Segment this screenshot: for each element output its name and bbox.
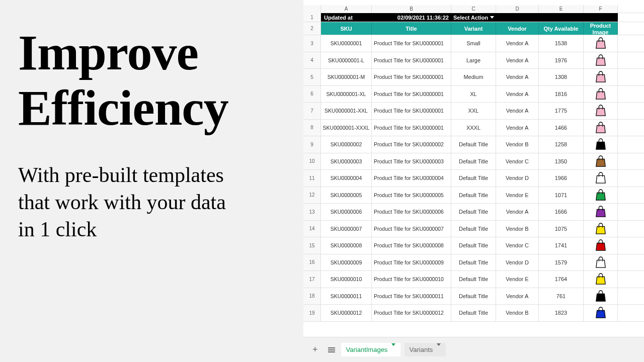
- cell-sku[interactable]: SKU0000008: [321, 237, 372, 254]
- cell-title[interactable]: Product Title for SKU0000007: [372, 221, 451, 237]
- row-number[interactable]: 8: [303, 120, 321, 136]
- cell-vendor[interactable]: Vendor A: [496, 120, 539, 136]
- cell-product-image[interactable]: [584, 120, 618, 136]
- cell-vendor[interactable]: Vendor A: [496, 35, 539, 52]
- cell-product-image[interactable]: [584, 69, 618, 85]
- cell-product-image[interactable]: [584, 52, 618, 69]
- cell-sku[interactable]: SKU0000001-XXL: [321, 103, 372, 119]
- cell-product-image[interactable]: [584, 237, 618, 254]
- cell-variant[interactable]: Default Title: [451, 254, 496, 271]
- cell-variant[interactable]: Default Title: [451, 136, 496, 153]
- cell-qty[interactable]: 1466: [539, 120, 584, 136]
- cell-title[interactable]: Product Title for SKU0000001: [372, 35, 451, 52]
- cell-title[interactable]: Product Title for SKU0000004: [372, 170, 451, 187]
- col-E[interactable]: E: [539, 5, 584, 13]
- row-number[interactable]: 11: [303, 170, 321, 187]
- add-sheet-button[interactable]: +: [308, 344, 322, 355]
- cell-variant[interactable]: Large: [451, 52, 496, 69]
- cell-product-image[interactable]: [584, 288, 618, 305]
- cell-title[interactable]: Product Title for SKU0000010: [372, 271, 451, 288]
- cell-vendor[interactable]: Vendor D: [496, 170, 539, 187]
- sheet-grid[interactable]: A B C D E F 1 Updated at 02/09/2021 11:3…: [303, 5, 644, 332]
- cell-sku[interactable]: SKU0000011: [321, 288, 372, 305]
- cell-vendor[interactable]: Vendor A: [496, 288, 539, 305]
- cell-qty[interactable]: 1538: [539, 35, 584, 52]
- cell-qty[interactable]: 1816: [539, 86, 584, 103]
- cell-variant[interactable]: Small: [451, 35, 496, 52]
- row-number[interactable]: 14: [303, 221, 321, 237]
- row-number[interactable]: 1: [303, 13, 321, 22]
- cell-sku[interactable]: SKU0000001-M: [321, 69, 372, 85]
- cell-sku[interactable]: SKU0000001-XL: [321, 86, 372, 103]
- row-number[interactable]: 13: [303, 204, 321, 220]
- cell-product-image[interactable]: [584, 35, 618, 52]
- cell-sku[interactable]: SKU0000001-XXXL: [321, 120, 372, 136]
- cell-sku[interactable]: SKU0000001-L: [321, 52, 372, 69]
- cell-title[interactable]: Product Title for SKU0000001: [372, 120, 451, 136]
- cell-variant[interactable]: Default Title: [451, 153, 496, 170]
- cell-vendor[interactable]: Vendor C: [496, 237, 539, 254]
- updated-at-timestamp[interactable]: 02/09/2021 11:36:22: [372, 13, 451, 22]
- row-number[interactable]: 10: [303, 153, 321, 170]
- cell-product-image[interactable]: [584, 136, 618, 153]
- cell-qty[interactable]: 1666: [539, 204, 584, 220]
- row-number[interactable]: 18: [303, 288, 321, 305]
- cell-sku[interactable]: SKU0000006: [321, 204, 372, 220]
- row-number[interactable]: 19: [303, 305, 321, 321]
- cell-variant[interactable]: Default Title: [451, 221, 496, 237]
- cell-product-image[interactable]: [584, 187, 618, 204]
- cell-qty[interactable]: 1071: [539, 187, 584, 204]
- cell-vendor[interactable]: Vendor A: [496, 86, 539, 103]
- row-number[interactable]: 17: [303, 271, 321, 288]
- cell-vendor[interactable]: Vendor E: [496, 187, 539, 204]
- cell-variant[interactable]: Medium: [451, 69, 496, 85]
- col-F[interactable]: F: [584, 5, 618, 13]
- cell-vendor[interactable]: Vendor C: [496, 153, 539, 170]
- empty-cell[interactable]: [496, 13, 539, 22]
- cell-title[interactable]: Product Title for SKU0000001: [372, 103, 451, 119]
- cell-title[interactable]: Product Title for SKU0000001: [372, 52, 451, 69]
- header-image[interactable]: ProductImage: [584, 22, 618, 35]
- cell-vendor[interactable]: Vendor A: [496, 52, 539, 69]
- cell-title[interactable]: Product Title for SKU0000001: [372, 86, 451, 103]
- cell-sku[interactable]: SKU0000009: [321, 254, 372, 271]
- cell-sku[interactable]: SKU0000002: [321, 136, 372, 153]
- cell-qty[interactable]: 1579: [539, 254, 584, 271]
- cell-title[interactable]: Product Title for SKU0000002: [372, 136, 451, 153]
- empty-cell[interactable]: [539, 13, 584, 22]
- cell-qty[interactable]: 1775: [539, 103, 584, 119]
- updated-at-label[interactable]: Updated at: [321, 13, 372, 22]
- cell-variant[interactable]: Default Title: [451, 271, 496, 288]
- cell-qty[interactable]: 1258: [539, 136, 584, 153]
- cell-variant[interactable]: Default Title: [451, 204, 496, 220]
- col-corner[interactable]: [303, 5, 321, 13]
- header-qty[interactable]: Qty Available: [539, 22, 584, 35]
- header-sku[interactable]: SKU: [321, 22, 372, 35]
- col-C[interactable]: C: [451, 5, 496, 13]
- cell-sku[interactable]: SKU0000012: [321, 305, 372, 321]
- header-title[interactable]: Title: [372, 22, 451, 35]
- cell-product-image[interactable]: [584, 271, 618, 288]
- tab-variants[interactable]: Variants: [405, 343, 446, 356]
- row-number[interactable]: 6: [303, 86, 321, 103]
- cell-vendor[interactable]: Vendor E: [496, 271, 539, 288]
- row-number[interactable]: 3: [303, 35, 321, 52]
- cell-title[interactable]: Product Title for SKU0000012: [372, 305, 451, 321]
- cell-variant[interactable]: XXL: [451, 103, 496, 119]
- cell-product-image[interactable]: [584, 86, 618, 103]
- select-action-dropdown[interactable]: Select Action: [451, 13, 496, 22]
- cell-qty[interactable]: 1350: [539, 153, 584, 170]
- col-D[interactable]: D: [496, 5, 539, 13]
- cell-variant[interactable]: XL: [451, 86, 496, 103]
- cell-qty[interactable]: 1308: [539, 69, 584, 85]
- cell-product-image[interactable]: [584, 153, 618, 170]
- cell-sku[interactable]: SKU0000003: [321, 153, 372, 170]
- row-number[interactable]: 4: [303, 52, 321, 69]
- row-number[interactable]: 7: [303, 103, 321, 119]
- cell-variant[interactable]: Default Title: [451, 170, 496, 187]
- cell-sku[interactable]: SKU0000007: [321, 221, 372, 237]
- cell-vendor[interactable]: Vendor A: [496, 204, 539, 220]
- cell-title[interactable]: Product Title for SKU0000003: [372, 153, 451, 170]
- cell-qty[interactable]: 1966: [539, 170, 584, 187]
- cell-variant[interactable]: XXXL: [451, 120, 496, 136]
